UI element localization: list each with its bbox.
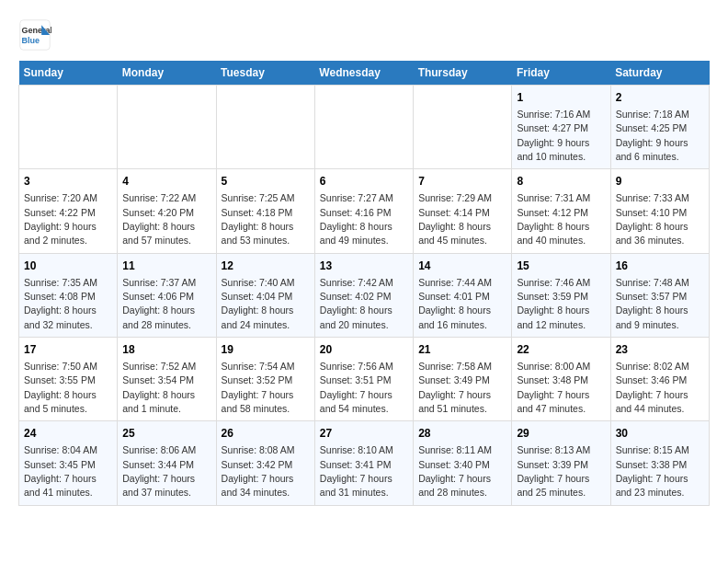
day-info: Sunrise: 8:04 AMSunset: 3:45 PMDaylight:…	[24, 444, 97, 498]
day-cell: 26 Sunrise: 8:08 AMSunset: 3:42 PMDaylig…	[216, 421, 314, 505]
day-cell: 24 Sunrise: 8:04 AMSunset: 3:45 PMDaylig…	[19, 421, 118, 505]
day-cell: 19 Sunrise: 7:54 AMSunset: 3:52 PMDaylig…	[216, 338, 314, 421]
page-header: General Blue	[18, 18, 710, 52]
day-cell: 15 Sunrise: 7:46 AMSunset: 3:59 PMDaylig…	[512, 253, 610, 337]
day-cell: 4 Sunrise: 7:22 AMSunset: 4:20 PMDayligh…	[118, 169, 216, 253]
logo-icon: General Blue	[18, 18, 51, 52]
calendar-table: SundayMondayTuesdayWednesdayThursdayFrid…	[18, 61, 710, 506]
weekday-header-row: SundayMondayTuesdayWednesdayThursdayFrid…	[19, 61, 710, 86]
weekday-header-monday: Monday	[118, 61, 216, 86]
day-number: 15	[517, 259, 605, 274]
day-cell: 30 Sunrise: 8:15 AMSunset: 3:38 PMDaylig…	[610, 421, 709, 505]
day-number: 23	[616, 342, 704, 358]
day-cell: 18 Sunrise: 7:52 AMSunset: 3:54 PMDaylig…	[118, 338, 216, 421]
day-info: Sunrise: 8:08 AMSunset: 3:42 PMDaylight:…	[222, 444, 295, 498]
day-number: 1	[517, 90, 605, 106]
day-cell: 17 Sunrise: 7:50 AMSunset: 3:55 PMDaylig…	[19, 338, 118, 421]
day-cell: 28 Sunrise: 8:11 AMSunset: 3:40 PMDaylig…	[414, 421, 512, 505]
day-number: 9	[616, 174, 704, 190]
day-number: 24	[24, 426, 112, 442]
day-number: 27	[320, 426, 408, 442]
week-row-1: 1 Sunrise: 7:16 AMSunset: 4:27 PMDayligh…	[19, 86, 710, 169]
day-info: Sunrise: 7:42 AMSunset: 4:02 PMDaylight:…	[320, 277, 393, 330]
day-number: 22	[517, 342, 605, 358]
day-cell: 5 Sunrise: 7:25 AMSunset: 4:18 PMDayligh…	[216, 169, 314, 253]
week-row-4: 17 Sunrise: 7:50 AMSunset: 3:55 PMDaylig…	[19, 338, 710, 421]
day-number: 14	[418, 259, 506, 274]
day-cell: 21 Sunrise: 7:58 AMSunset: 3:49 PMDaylig…	[414, 338, 512, 421]
day-number: 11	[122, 259, 210, 274]
day-cell: 11 Sunrise: 7:37 AMSunset: 4:06 PMDaylig…	[118, 253, 216, 337]
day-info: Sunrise: 7:56 AMSunset: 3:51 PMDaylight:…	[320, 361, 393, 414]
day-number: 20	[320, 342, 408, 358]
day-number: 7	[418, 174, 506, 190]
day-number: 3	[24, 174, 112, 190]
day-number: 10	[24, 259, 112, 274]
day-cell: 12 Sunrise: 7:40 AMSunset: 4:04 PMDaylig…	[216, 253, 314, 337]
day-cell	[314, 86, 413, 169]
day-cell	[19, 86, 118, 169]
day-info: Sunrise: 7:58 AMSunset: 3:49 PMDaylight:…	[418, 361, 492, 414]
day-number: 28	[418, 426, 506, 442]
day-info: Sunrise: 7:44 AMSunset: 4:01 PMDaylight:…	[418, 277, 492, 330]
day-cell: 2 Sunrise: 7:18 AMSunset: 4:25 PMDayligh…	[610, 86, 709, 169]
day-info: Sunrise: 7:18 AMSunset: 4:25 PMDaylight:…	[616, 109, 689, 162]
day-info: Sunrise: 7:48 AMSunset: 3:57 PMDaylight:…	[616, 277, 689, 330]
day-info: Sunrise: 7:29 AMSunset: 4:14 PMDaylight:…	[418, 192, 492, 246]
day-number: 2	[616, 90, 704, 106]
weekday-header-tuesday: Tuesday	[216, 61, 314, 86]
day-cell: 3 Sunrise: 7:20 AMSunset: 4:22 PMDayligh…	[19, 169, 118, 253]
day-cell: 8 Sunrise: 7:31 AMSunset: 4:12 PMDayligh…	[512, 169, 610, 253]
day-number: 18	[122, 342, 210, 358]
day-number: 17	[24, 342, 112, 358]
day-cell: 1 Sunrise: 7:16 AMSunset: 4:27 PMDayligh…	[512, 86, 610, 169]
day-info: Sunrise: 7:50 AMSunset: 3:55 PMDaylight:…	[24, 361, 97, 414]
day-cell: 20 Sunrise: 7:56 AMSunset: 3:51 PMDaylig…	[314, 338, 413, 421]
day-cell: 16 Sunrise: 7:48 AMSunset: 3:57 PMDaylig…	[610, 253, 709, 337]
day-cell	[414, 86, 512, 169]
day-number: 25	[122, 426, 210, 442]
day-info: Sunrise: 7:16 AMSunset: 4:27 PMDaylight:…	[517, 109, 590, 162]
day-cell: 14 Sunrise: 7:44 AMSunset: 4:01 PMDaylig…	[414, 253, 512, 337]
day-cell: 23 Sunrise: 8:02 AMSunset: 3:46 PMDaylig…	[610, 338, 709, 421]
day-number: 19	[222, 342, 310, 358]
logo: General Blue	[18, 18, 51, 52]
day-info: Sunrise: 8:10 AMSunset: 3:41 PMDaylight:…	[320, 444, 393, 498]
weekday-header-wednesday: Wednesday	[314, 61, 413, 86]
day-info: Sunrise: 7:25 AMSunset: 4:18 PMDaylight:…	[222, 192, 295, 246]
day-cell: 13 Sunrise: 7:42 AMSunset: 4:02 PMDaylig…	[314, 253, 413, 337]
day-info: Sunrise: 7:40 AMSunset: 4:04 PMDaylight:…	[222, 277, 295, 330]
day-number: 6	[320, 174, 408, 190]
day-info: Sunrise: 8:13 AMSunset: 3:39 PMDaylight:…	[517, 444, 590, 498]
svg-text:Blue: Blue	[22, 36, 40, 45]
day-info: Sunrise: 8:06 AMSunset: 3:44 PMDaylight:…	[122, 444, 196, 498]
day-info: Sunrise: 8:15 AMSunset: 3:38 PMDaylight:…	[616, 444, 689, 498]
day-cell	[118, 86, 216, 169]
day-info: Sunrise: 7:35 AMSunset: 4:08 PMDaylight:…	[24, 277, 97, 330]
day-info: Sunrise: 7:20 AMSunset: 4:22 PMDaylight:…	[24, 192, 97, 246]
day-number: 8	[517, 174, 605, 190]
day-cell: 27 Sunrise: 8:10 AMSunset: 3:41 PMDaylig…	[314, 421, 413, 505]
day-info: Sunrise: 7:33 AMSunset: 4:10 PMDaylight:…	[616, 192, 689, 246]
day-number: 26	[222, 426, 310, 442]
day-cell: 9 Sunrise: 7:33 AMSunset: 4:10 PMDayligh…	[610, 169, 709, 253]
day-info: Sunrise: 8:00 AMSunset: 3:48 PMDaylight:…	[517, 361, 590, 414]
week-row-2: 3 Sunrise: 7:20 AMSunset: 4:22 PMDayligh…	[19, 169, 710, 253]
day-number: 30	[616, 426, 704, 442]
day-info: Sunrise: 7:31 AMSunset: 4:12 PMDaylight:…	[517, 192, 590, 246]
day-cell: 10 Sunrise: 7:35 AMSunset: 4:08 PMDaylig…	[19, 253, 118, 337]
week-row-5: 24 Sunrise: 8:04 AMSunset: 3:45 PMDaylig…	[19, 421, 710, 505]
weekday-header-friday: Friday	[512, 61, 610, 86]
day-cell: 29 Sunrise: 8:13 AMSunset: 3:39 PMDaylig…	[512, 421, 610, 505]
day-info: Sunrise: 8:11 AMSunset: 3:40 PMDaylight:…	[418, 444, 492, 498]
day-cell	[216, 86, 314, 169]
weekday-header-sunday: Sunday	[19, 61, 118, 86]
day-info: Sunrise: 7:46 AMSunset: 3:59 PMDaylight:…	[517, 277, 590, 330]
weekday-header-saturday: Saturday	[610, 61, 709, 86]
day-info: Sunrise: 7:22 AMSunset: 4:20 PMDaylight:…	[122, 192, 196, 246]
day-number: 12	[222, 259, 310, 274]
day-cell: 25 Sunrise: 8:06 AMSunset: 3:44 PMDaylig…	[118, 421, 216, 505]
day-info: Sunrise: 7:52 AMSunset: 3:54 PMDaylight:…	[122, 361, 196, 414]
day-info: Sunrise: 7:54 AMSunset: 3:52 PMDaylight:…	[222, 361, 295, 414]
day-info: Sunrise: 7:27 AMSunset: 4:16 PMDaylight:…	[320, 192, 393, 246]
